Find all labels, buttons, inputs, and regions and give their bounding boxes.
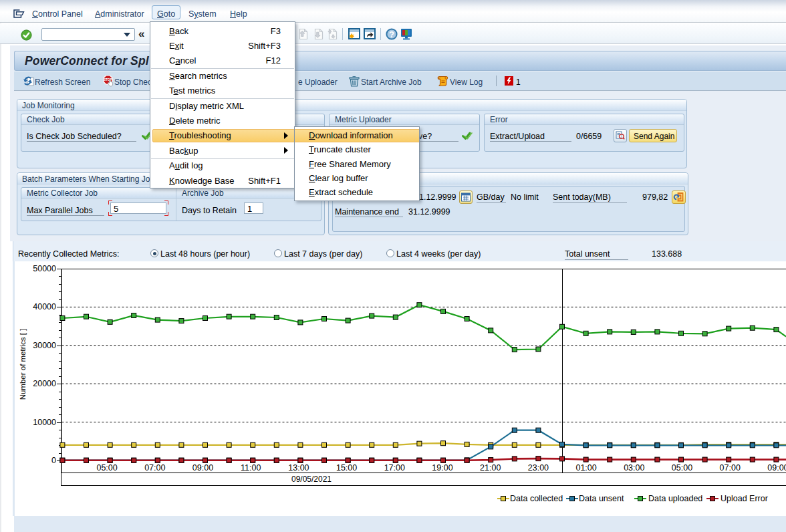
svg-text:Upload Error: Upload Error [720, 494, 768, 503]
svg-text:Data collected: Data collected [510, 494, 563, 503]
svg-text:11:00: 11:00 [241, 463, 261, 473]
svg-text:09/05/2021: 09/05/2021 [291, 475, 332, 484]
svg-text:07:00: 07:00 [144, 463, 165, 473]
svg-text:40000: 40000 [33, 302, 56, 311]
svg-text:17:00: 17:00 [384, 463, 405, 473]
svg-text:0: 0 [51, 456, 56, 465]
svg-text:50000: 50000 [33, 264, 56, 273]
svg-text:13:00: 13:00 [288, 463, 309, 473]
svg-text:03:00: 03:00 [624, 463, 644, 473]
svg-text:23:00: 23:00 [528, 463, 549, 473]
svg-text:05:00: 05:00 [672, 463, 692, 473]
svg-text:01:00: 01:00 [575, 463, 596, 473]
svg-text:Data unsent: Data unsent [579, 494, 624, 503]
svg-text:09:00: 09:00 [192, 463, 213, 473]
svg-text:10000: 10000 [33, 418, 56, 427]
svg-text:21:00: 21:00 [480, 463, 501, 473]
svg-text:19:00: 19:00 [432, 463, 452, 473]
svg-text:Number of metrics [ ]: Number of metrics [ ] [19, 329, 27, 400]
svg-text:20000: 20000 [33, 379, 56, 388]
svg-text:15:00: 15:00 [336, 463, 357, 473]
svg-text:05:00: 05:00 [96, 463, 117, 473]
svg-text:Data uploaded: Data uploaded [648, 494, 702, 503]
svg-text:07:00: 07:00 [720, 463, 741, 473]
svg-text:09:00: 09:00 [767, 463, 786, 473]
svg-text:30000: 30000 [33, 341, 56, 350]
